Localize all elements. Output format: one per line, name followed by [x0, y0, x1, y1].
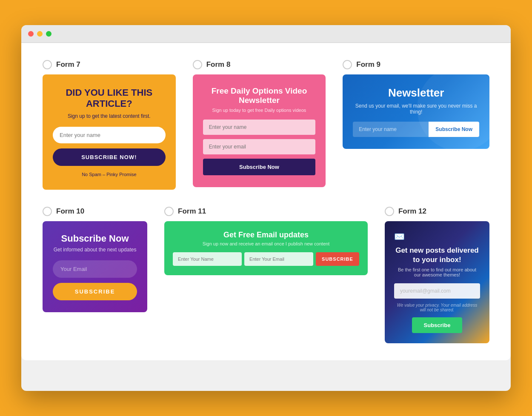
form7-radio[interactable]: [43, 60, 52, 69]
minimize-dot[interactable]: [37, 31, 43, 37]
browser-window: Form 7 DID YOU LIKE THIS ARTICLE? Sign u…: [21, 25, 511, 391]
form9-card: Newsletter Send us your email, we'll mak…: [343, 74, 489, 149]
form9-subtext: Send us your email, we'll make sure you …: [353, 103, 479, 115]
form8-name-input[interactable]: [203, 120, 316, 135]
form9-heading: Newsletter: [353, 86, 479, 100]
form7-no-spam: No Spam – Pinky Promise: [53, 172, 166, 177]
form12-label-row: Form 12: [385, 207, 489, 216]
form11-input-row: SUBSCRIBE: [173, 252, 359, 266]
form12-radio[interactable]: [385, 207, 394, 216]
form10-radio[interactable]: [43, 207, 52, 216]
form7-subtext: Sign up to get the latest content first.: [53, 113, 166, 119]
form8-subtext: Sign up today to get free Daily options …: [203, 108, 316, 113]
form11-card: Get Free Email updates Sign up now and r…: [164, 221, 368, 275]
form11-label-row: Form 11: [164, 207, 368, 216]
form10-label-row: Form 10: [43, 207, 147, 216]
form11-title: Form 11: [178, 207, 206, 216]
titlebar: [21, 25, 511, 43]
close-dot[interactable]: [28, 31, 34, 37]
form11-name-input[interactable]: [173, 252, 242, 266]
form12-title: Form 12: [398, 207, 426, 216]
form10-subtext: Get informed about the next updates: [53, 247, 137, 253]
form9-input-row: Subscribe Now: [353, 122, 479, 137]
form7-card: DID YOU LIKE THIS ARTICLE? Sign up to ge…: [43, 74, 176, 190]
form10-title: Form 10: [56, 207, 84, 216]
form10-group: Form 10 Subscribe Now Get informed about…: [43, 207, 147, 343]
form9-label-row: Form 9: [343, 60, 489, 69]
form8-subscribe-button[interactable]: Subscribe Now: [203, 159, 316, 175]
form11-radio[interactable]: [164, 207, 174, 216]
form7-subscribe-button[interactable]: SUBSCRIBE NOW!: [53, 148, 166, 166]
form10-email-input[interactable]: [53, 260, 137, 278]
form9-subscribe-button[interactable]: Subscribe Now: [429, 122, 479, 137]
form11-subtext: Sign up now and receive an email once I …: [173, 241, 359, 246]
form12-email-input[interactable]: [394, 283, 480, 299]
form8-title: Form 8: [206, 60, 231, 69]
form12-privacy: We value your privacy. Your email addres…: [394, 303, 480, 312]
form9-group: Form 9 Newsletter Send us your email, we…: [343, 60, 489, 190]
form7-heading: DID YOU LIKE THIS ARTICLE?: [53, 87, 166, 110]
maximize-dot[interactable]: [46, 31, 51, 37]
form10-heading: Subscribe Now: [53, 233, 137, 244]
form9-title: Form 9: [356, 60, 380, 69]
main-content: Form 7 DID YOU LIKE THIS ARTICLE? Sign u…: [21, 43, 511, 360]
form11-email-input[interactable]: [244, 252, 313, 266]
form8-heading: Free Daily Options Video Newsletter: [203, 86, 316, 105]
form7-group: Form 7 DID YOU LIKE THIS ARTICLE? Sign u…: [43, 60, 176, 190]
form9-name-input[interactable]: [353, 122, 429, 137]
form8-email-input[interactable]: [203, 139, 316, 154]
form8-group: Form 8 Free Daily Options Video Newslett…: [193, 60, 326, 190]
form12-heading: Get new posts delivered to your inbox!: [394, 246, 480, 265]
form12-subtext: Be the first one to find out more about …: [394, 267, 480, 277]
form10-subscribe-button[interactable]: SUBSCRIBE: [53, 283, 137, 300]
form8-card: Free Daily Options Video Newsletter Sign…: [193, 74, 326, 187]
form7-name-input[interactable]: [53, 127, 166, 143]
form12-card: ✉️ Get new posts delivered to your inbox…: [385, 221, 489, 343]
envelope-icon: ✉️: [394, 231, 480, 242]
form11-group: Form 11 Get Free Email updates Sign up n…: [164, 207, 368, 343]
form12-subscribe-button[interactable]: Subscribe: [412, 317, 463, 333]
form7-label-row: Form 7: [43, 60, 176, 69]
form11-subscribe-button[interactable]: SUBSCRIBE: [316, 252, 359, 266]
forms-grid-row1: Form 7 DID YOU LIKE THIS ARTICLE? Sign u…: [43, 60, 489, 190]
form10-card: Subscribe Now Get informed about the nex…: [43, 221, 147, 312]
form9-radio[interactable]: [343, 60, 352, 69]
form7-title: Form 7: [56, 60, 80, 69]
form8-label-row: Form 8: [193, 60, 326, 69]
form8-radio[interactable]: [193, 60, 202, 69]
form11-heading: Get Free Email updates: [173, 231, 359, 239]
forms-grid-row2: Form 10 Subscribe Now Get informed about…: [43, 207, 489, 343]
form12-group: Form 12 ✉️ Get new posts delivered to yo…: [385, 207, 489, 343]
